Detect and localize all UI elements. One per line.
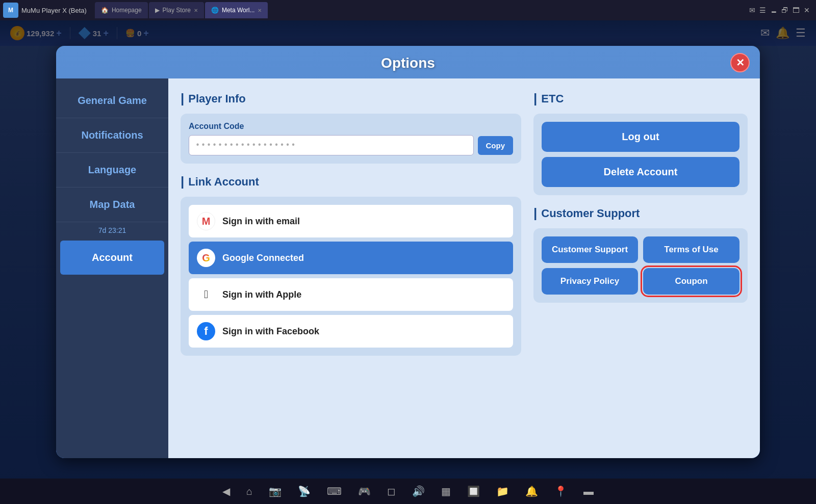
sidebar-timer: 7d 23:21 [56,222,168,238]
apple-label: Sign in with Apple [222,289,301,300]
modal-body: General Game Notifications Language Map … [56,78,760,458]
facebook-icon: f [197,322,215,340]
app-title: MuMu Player X (Beta) [21,7,87,14]
sidebar-item-account[interactable]: Account [60,241,164,275]
mail-icon[interactable]: ✉ [749,6,755,14]
link-email[interactable]: M Sign in with email [189,205,513,237]
tab-meta-close[interactable]: ✕ [258,8,262,13]
taskbar-back[interactable]: ◀ [222,485,230,497]
etc-title: ETC [533,91,748,107]
taskbar-home[interactable]: ⌂ [246,486,252,497]
sidebar-item-map-data[interactable]: Map Data [56,188,168,222]
tab-meta[interactable]: 🌐 Meta Worl... ✕ [205,2,268,18]
customer-support-button[interactable]: Customer Support [542,236,638,263]
google-label: Google Connected [222,253,304,263]
meta-icon: 🌐 [211,7,219,14]
account-code-row: Copy [189,135,513,155]
taskbar-bell[interactable]: 🔔 [525,485,538,497]
left-panel: Player Info Account Code Copy Link Accou… [181,91,521,446]
player-info-title: Player Info [181,91,521,107]
taskbar-grid[interactable]: ▦ [441,485,451,497]
email-icon: M [197,212,215,230]
taskbar-screen[interactable]: ◻ [387,485,396,497]
playstore-icon: ▶ [155,7,160,14]
taskbar-gamepad[interactable]: 🎮 [358,485,371,497]
tab-homepage-label: Homepage [112,7,142,14]
etc-card: Log out Delete Account [533,114,748,195]
google-icon: G [197,249,215,267]
main-content: Player Info Account Code Copy Link Accou… [168,78,760,458]
terms-of-use-button[interactable]: Terms of Use [643,236,740,263]
link-account-title: Link Account [181,174,521,190]
facebook-label: Sign in with Facebook [222,326,319,337]
emulator-topbar: M MuMu Player X (Beta) 🏠 Homepage ▶ Play… [0,0,816,20]
link-facebook[interactable]: f Sign in with Facebook [189,315,513,348]
customer-support-title: Customer Support [533,205,748,221]
player-info-card: Account Code Copy [181,114,521,164]
tab-playstore-close[interactable]: ✕ [194,8,198,13]
customer-support-card: Customer Support Terms of Use Privacy Po… [533,228,748,303]
tab-homepage[interactable]: 🏠 Homepage [95,2,148,18]
sidebar-item-general-game[interactable]: General Game [56,84,168,118]
account-code-input[interactable] [189,135,474,155]
privacy-policy-button[interactable]: Privacy Policy [542,268,638,295]
taskbar-sound[interactable]: 🔊 [412,485,425,497]
modal-header: Options ✕ [56,46,760,78]
coupon-button[interactable]: Coupon [643,268,740,295]
app-icon: M [3,3,18,18]
delete-account-button[interactable]: Delete Account [542,157,740,187]
tab-meta-label: Meta Worl... [222,7,254,14]
modal-title: Options [381,55,435,71]
close-window-icon[interactable]: ✕ [804,6,810,14]
account-code-label: Account Code [189,122,513,131]
minimize-icon[interactable]: 🗕 [770,6,777,14]
topbar-controls: ✉ ☰ 🗕 🗗 🗖 ✕ [749,6,810,14]
taskbar-more[interactable]: ▬ [583,486,594,497]
home-icon: 🏠 [101,7,109,14]
support-grid: Customer Support Terms of Use Privacy Po… [542,236,740,295]
sidebar-item-notifications[interactable]: Notifications [56,118,168,153]
link-google[interactable]: G Google Connected [189,242,513,274]
taskbar-keyboard[interactable]: ⌨ [327,485,342,497]
taskbar-folder[interactable]: 📁 [496,485,509,497]
right-panel: ETC Log out Delete Account Customer Supp… [533,91,748,446]
email-label: Sign in with email [222,216,300,227]
taskbar-network[interactable]: 📡 [298,485,311,497]
options-modal: Options ✕ General Game Notifications Lan… [56,46,760,458]
tab-playstore-label: Play Store [163,7,191,14]
menu-icon[interactable]: ☰ [759,6,766,14]
modal-close-button[interactable]: ✕ [730,53,750,72]
copy-button[interactable]: Copy [478,136,514,155]
taskbar-resize[interactable]: 🔲 [467,485,480,497]
logout-button[interactable]: Log out [542,122,740,152]
sidebar-item-language[interactable]: Language [56,153,168,188]
taskbar-camera[interactable]: 📷 [269,485,282,497]
restore-icon[interactable]: 🗗 [781,6,788,14]
taskbar-location[interactable]: 📍 [554,485,567,497]
options-sidebar: General Game Notifications Language Map … [56,78,168,458]
link-account-card: M Sign in with email G Google Connected … [181,197,521,356]
link-apple[interactable]:  Sign in with Apple [189,278,513,311]
tab-playstore[interactable]: ▶ Play Store ✕ [149,2,204,18]
taskbar: ◀ ⌂ 📷 📡 ⌨ 🎮 ◻ 🔊 ▦ 🔲 📁 🔔 📍 ▬ [0,479,816,504]
maximize-icon[interactable]: 🗖 [793,6,800,14]
apple-icon:  [197,285,215,304]
